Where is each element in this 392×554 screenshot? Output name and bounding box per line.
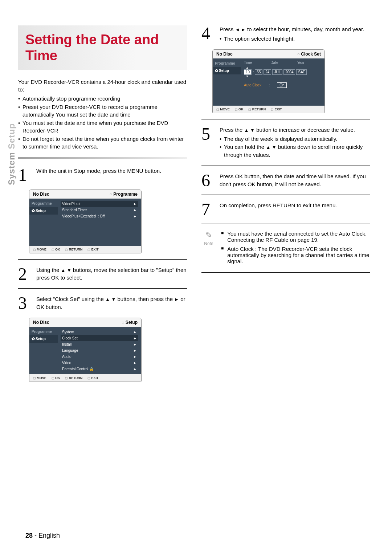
- osd-mode: Programme: [110, 192, 138, 197]
- clock-values: 10: 55 24 JUL 2004 SAT: [244, 69, 322, 75]
- step-number: 3: [18, 295, 31, 311]
- note-block: ✎ Note ■You must have the aerial connect…: [201, 231, 370, 267]
- val-day: 24: [264, 69, 271, 75]
- note-label: Note: [204, 241, 213, 246]
- updown-arrows-icon: ▲ ▼: [105, 297, 116, 302]
- step-text: Press OK button, then the date and time …: [220, 172, 370, 188]
- auto-clock-value: On: [277, 82, 287, 88]
- chevron-right-icon: ►: [133, 349, 137, 353]
- step-3: 3 Select "Clock Set" using the ▲ ▼ butto…: [18, 295, 187, 311]
- chevron-right-icon: ►: [133, 208, 137, 212]
- osd-item-parental: Parental Control 🔒►: [61, 366, 138, 372]
- osd-item-videoplus: VideoPlus+►: [61, 201, 138, 207]
- val-hour: 10: [244, 69, 252, 75]
- osd-item-videoplus-ext: VideoPlus+Extended : Off►: [61, 213, 138, 219]
- osd-status: No Disc: [33, 320, 49, 325]
- square-bullet-icon: ■: [221, 246, 224, 264]
- osd-side-setup: ✿Setup: [29, 335, 58, 343]
- step-number: 2: [18, 266, 31, 282]
- step-text: With the unit in Stop mode, press the ME…: [36, 167, 187, 183]
- osd-item-clock-set: Clock Set►: [61, 335, 138, 341]
- step-text: Using the ▲ ▼ buttons, move the selectio…: [36, 266, 187, 282]
- leftright-arrows-icon: ◄ ►: [235, 27, 246, 32]
- note-item: ■You must have the aerial connected to s…: [221, 231, 370, 243]
- right-arrow-icon: ►: [174, 297, 179, 302]
- osd-setup-menu: No Disc Setup Programme ✿Setup System► C…: [29, 318, 142, 382]
- gear-icon: ✿: [32, 208, 35, 213]
- chevron-right-icon: ►: [133, 367, 137, 371]
- separator: [18, 388, 187, 388]
- osd-side-programme: Programme: [29, 200, 58, 207]
- side-tab: System Setup: [7, 123, 17, 185]
- step-text: Press the ▲ ▼ button to increase or decr…: [220, 126, 370, 159]
- step-2: 2 Using the ▲ ▼ buttons, move the select…: [18, 266, 187, 282]
- osd-item-system: System►: [61, 329, 138, 335]
- pencil-icon: ✎: [201, 231, 216, 240]
- osd-status: No Disc: [33, 192, 49, 197]
- updown-arrows-icon: ▲ ▼: [266, 144, 276, 150]
- osd-item-video: Video►: [61, 360, 138, 366]
- step-text: Select "Clock Set" using the ▲ ▼ buttons…: [36, 295, 187, 311]
- chevron-right-icon: ►: [133, 330, 137, 334]
- osd-side-setup: ✿Setup: [29, 207, 58, 215]
- gear-icon: ✿: [32, 337, 35, 341]
- col-date: Date: [270, 61, 295, 65]
- step-number: 4: [201, 25, 215, 43]
- separator: [18, 259, 187, 260]
- step-number: 7: [201, 201, 215, 217]
- square-bullet-icon: ■: [221, 231, 224, 243]
- val-year: 2004: [283, 69, 295, 75]
- osd-side-programme: Programme: [29, 328, 58, 335]
- osd-item-install: Install►: [61, 341, 138, 347]
- val-min: 55: [255, 69, 262, 75]
- step-text: Press ◄ ► to select the hour, minutes, d…: [220, 25, 370, 43]
- chevron-right-icon: ►: [133, 336, 137, 340]
- step-6: 6 Press OK button, then the date and tim…: [201, 172, 370, 188]
- osd-programme-menu: No Disc Programme Programme ✿Setup Video…: [29, 190, 142, 253]
- step-number: 1: [18, 167, 31, 183]
- val-dow: SAT: [296, 69, 307, 75]
- note-item: ■Auto Clock : The DVD Recorder-VCR sets …: [221, 246, 370, 264]
- step-5: 5 Press the ▲ ▼ button to increase or de…: [201, 126, 370, 159]
- osd-item-audio: Audio►: [61, 354, 138, 360]
- title-box: Setting the Date and Time: [18, 25, 187, 70]
- left-column: Setting the Date and Time Your DVD Recor…: [18, 25, 187, 395]
- osd-item-standard-timer: Standard Timer►: [61, 207, 138, 213]
- osd-clock-set: No Disc Clock Set Programme ✿Setup Time …: [212, 49, 325, 113]
- osd-footer: MOVEOKRETURNEXIT: [213, 106, 324, 113]
- step-7: 7 On completion, press RETURN to exit th…: [201, 201, 370, 217]
- separator: [201, 272, 370, 273]
- separator: [201, 166, 370, 166]
- step-text: On completion, press RETURN to exit the …: [220, 201, 370, 217]
- separator: [201, 195, 370, 195]
- divider-bar: [18, 157, 187, 159]
- up-arrow-icon: [244, 66, 250, 69]
- down-arrow-icon: [244, 75, 250, 78]
- page-footer: 28 - English: [25, 532, 60, 539]
- osd-mode: Setup: [122, 320, 138, 325]
- step-number: 5: [201, 126, 215, 159]
- osd-mode: Clock Set: [297, 52, 321, 57]
- val-month: JUL: [272, 69, 282, 75]
- lock-icon: 🔒: [89, 367, 94, 371]
- col-year: Year: [297, 61, 322, 65]
- gear-icon: ✿: [215, 68, 218, 73]
- osd-footer: MOVEOKRETURNEXIT: [29, 246, 141, 253]
- osd-side-setup: ✿Setup: [213, 67, 241, 74]
- separator: [201, 224, 370, 224]
- step-number: 6: [201, 172, 215, 188]
- osd-footer: MOVEOKRETURNEXIT: [29, 374, 141, 382]
- page-title: Setting the Date and Time: [25, 32, 180, 64]
- osd-status: No Disc: [216, 52, 233, 57]
- osd-side-programme: Programme: [213, 60, 241, 67]
- note-icon: ✎ Note: [201, 231, 216, 267]
- step-1: 1 With the unit in Stop mode, press the …: [18, 167, 187, 183]
- auto-clock-label: Auto Clock: [244, 83, 261, 87]
- chevron-right-icon: ►: [133, 342, 137, 346]
- chevron-right-icon: ►: [133, 202, 137, 206]
- separator: [201, 119, 370, 119]
- step-4: 4 Press ◄ ► to select the hour, minutes,…: [201, 25, 370, 43]
- col-time: Time: [244, 61, 268, 65]
- osd-item-language: Language►: [61, 347, 138, 354]
- intro-text: Your DVD Recorder-VCR contains a 24-hour…: [18, 78, 187, 150]
